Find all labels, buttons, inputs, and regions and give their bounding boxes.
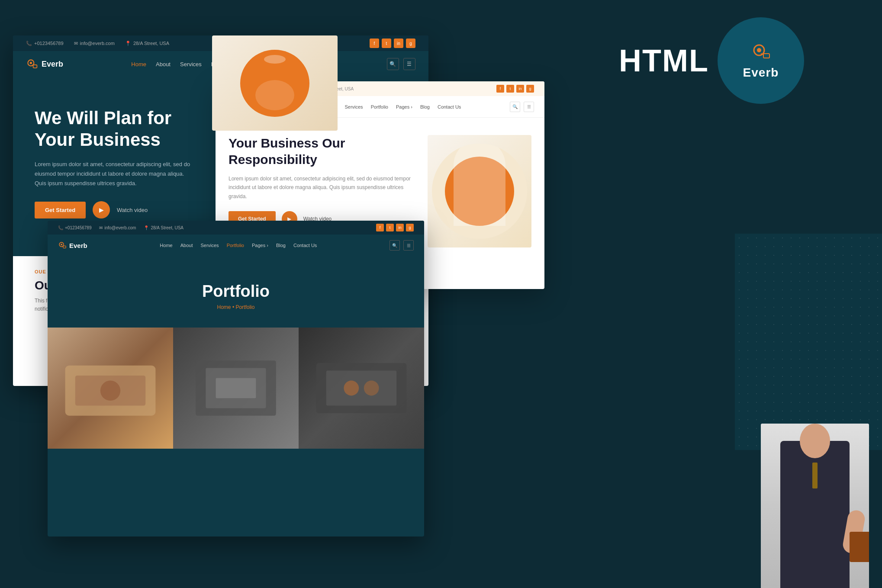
card1-nav-services[interactable]: Services — [180, 61, 202, 67]
card2-social-linkedin[interactable]: in — [516, 85, 524, 93]
social-google[interactable]: g — [406, 39, 415, 48]
card3-social-linkedin[interactable]: in — [396, 224, 404, 231]
portfolio-grid — [48, 328, 424, 449]
card3-nav-pages[interactable]: Pages › — [252, 243, 268, 248]
portfolio-item-3[interactable] — [299, 328, 424, 449]
card3-nav-home[interactable]: Home — [160, 243, 172, 248]
card3-nav-links: Home About Services Portfolio Pages › Bl… — [160, 243, 317, 248]
card3-social-links: f t in g — [376, 224, 414, 231]
breadcrumb-home[interactable]: Home — [217, 304, 231, 310]
card1-phone: 📞 +0123456789 — [26, 41, 64, 46]
card3-nav-blog[interactable]: Blog — [276, 243, 286, 248]
card2-search-icon[interactable]: 🔍 — [510, 102, 520, 112]
card3-page-title: Portfolio — [61, 282, 411, 301]
card1-watch-label: Watch video — [117, 207, 148, 213]
vr-circle-outer — [432, 144, 527, 239]
vr-circle-inner — [445, 157, 514, 226]
card3-brand-name: Everb — [69, 242, 87, 249]
orange-pod-shape — [240, 50, 309, 117]
search-icon[interactable]: 🔍 — [387, 58, 399, 70]
location-icon: 📍 — [125, 41, 131, 46]
person-suit-body — [780, 441, 850, 588]
card1-hero-description: Lorem ipsum dolor sit amet, consectetur … — [35, 160, 190, 188]
phone-icon-xs: 📞 — [58, 225, 63, 230]
person-book — [850, 532, 869, 562]
html-label: HTML — [619, 43, 709, 78]
card3-logo-icon — [58, 241, 67, 250]
menu-icon[interactable]: ☰ — [403, 58, 415, 70]
portfolio-item-2[interactable] — [173, 328, 299, 449]
card2-nav-icons: 🔍 ☰ — [510, 102, 534, 112]
card3-nav-icons: 🔍 ☰ — [389, 240, 414, 251]
right-teal-decorative — [735, 234, 882, 450]
card2-nav-contact[interactable]: Contact Us — [438, 104, 461, 109]
card1-get-started-button[interactable]: Get Started — [35, 202, 86, 218]
location-icon-xs: 📍 — [144, 225, 149, 230]
svg-point-13 — [61, 244, 62, 245]
card1-nav-home[interactable]: Home — [131, 61, 146, 67]
card3-social-facebook[interactable]: f — [376, 224, 384, 231]
everb-logo-icon — [750, 42, 771, 62]
social-facebook[interactable]: f — [370, 39, 379, 48]
card2-social-google[interactable]: g — [526, 85, 534, 93]
portfolio-item-3-visual — [311, 340, 412, 437]
card3-search-icon[interactable]: 🔍 — [389, 240, 400, 251]
card2-nav-portfolio[interactable]: Portfolio — [371, 104, 388, 109]
card2-social-facebook[interactable]: f — [496, 85, 504, 93]
dots-pattern — [735, 234, 882, 450]
person-tie — [812, 463, 818, 488]
card3-menu-icon[interactable]: ☰ — [403, 240, 414, 251]
phone-icon: 📞 — [26, 41, 32, 46]
logo-brand-text: Everb — [743, 66, 779, 80]
card3-email: ✉ info@everb.com — [99, 225, 136, 230]
portfolio-item-1[interactable] — [48, 328, 173, 449]
portfolio-item-2-visual — [186, 340, 286, 437]
card3-breadcrumb: Home • Portfolio — [61, 304, 411, 310]
card3-nav-about[interactable]: About — [180, 243, 193, 248]
card2-nav-blog[interactable]: Blog — [420, 104, 430, 109]
pod-opening-detail — [255, 80, 294, 110]
card1-social-links: f t in g — [370, 39, 415, 48]
person-container — [761, 424, 869, 588]
card3-nav-contact[interactable]: Contact Us — [293, 243, 317, 248]
card3-hero-section: Portfolio Home • Portfolio — [48, 256, 424, 328]
card3-navigation: Everb Home About Services Portfolio Page… — [48, 235, 424, 256]
email-icon: ✉ — [74, 41, 78, 46]
card3-social-twitter[interactable]: t — [386, 224, 394, 231]
svg-point-5 — [30, 62, 32, 64]
card2-menu-icon[interactable]: ☰ — [524, 102, 534, 112]
portfolio-item-1-visual — [60, 340, 161, 437]
card2-nav-pages[interactable]: Pages › — [396, 104, 412, 109]
social-twitter[interactable]: t — [382, 39, 391, 48]
card2-hero-description: Lorem ipsum dolor sit amet, consectetur … — [229, 174, 415, 201]
logo-circle: Everb — [718, 17, 804, 104]
card3-social-google[interactable]: g — [406, 224, 414, 231]
card1-hero-title: We Will Plan for Your Business — [35, 107, 199, 151]
social-linkedin[interactable]: in — [394, 39, 403, 48]
person-image-card — [761, 424, 869, 588]
card3-topbar-contacts: 📞 +0123456789 ✉ info@everb.com 📍 28/A St… — [58, 225, 183, 230]
card1-address: 📍 28/A Street, USA — [125, 41, 169, 46]
card3-logo: Everb — [58, 241, 87, 250]
card2-hero-title: Your Business Our Responsibility — [229, 135, 415, 167]
svg-point-1 — [757, 48, 761, 52]
card3-topbar: 📞 +0123456789 ✉ info@everb.com 📍 28/A St… — [48, 221, 424, 235]
svg-point-24 — [344, 381, 359, 396]
card3-nav-services[interactable]: Services — [200, 243, 219, 248]
card2-social-twitter[interactable]: t — [506, 85, 514, 93]
card3-nav-portfolio[interactable]: Portfolio — [227, 243, 244, 248]
hero-pod-image — [212, 35, 338, 131]
svg-rect-2 — [763, 54, 769, 58]
card2-social-links: f t in g — [496, 85, 534, 93]
html-badge: HTML Everb — [619, 17, 804, 104]
card2-nav-services[interactable]: Services — [344, 104, 363, 109]
card2-vr-image — [428, 135, 531, 247]
svg-rect-23 — [326, 370, 396, 405]
card1-play-button[interactable]: ▶ — [93, 201, 110, 218]
svg-rect-21 — [216, 378, 256, 398]
person-head — [800, 424, 830, 458]
card1-topbar-contacts: 📞 +0123456789 ✉ info@everb.com 📍 28/A St… — [26, 41, 169, 46]
breadcrumb-current: Portfolio — [235, 304, 254, 310]
card1-nav-icons: 🔍 ☰ — [387, 58, 415, 70]
card1-nav-about[interactable]: About — [156, 61, 171, 67]
